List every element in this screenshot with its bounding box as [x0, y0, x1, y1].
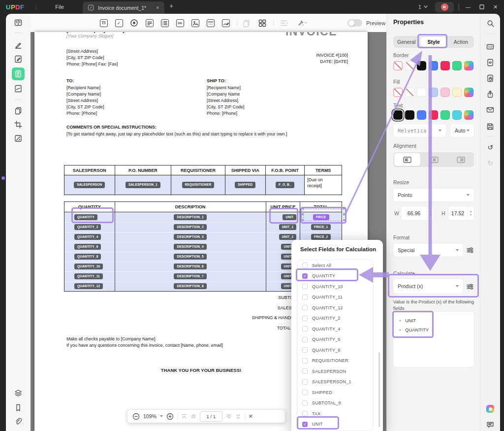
checkbox[interactable]: ✓ [302, 326, 308, 332]
search-icon[interactable] [486, 19, 495, 28]
color-swatch[interactable] [393, 110, 403, 120]
align-right-button[interactable] [448, 152, 474, 167]
color-swatch[interactable] [464, 110, 473, 120]
total-field-chip[interactable]: PRICE_1 [311, 224, 331, 231]
radio-button-field-icon[interactable] [129, 18, 139, 28]
dialog-field-option[interactable]: ✓ QUANTITY_11 [297, 292, 373, 303]
scrollbar-thumb[interactable] [378, 352, 380, 427]
share-icon[interactable] [486, 90, 495, 99]
color-swatch[interactable] [405, 88, 414, 97]
font-family-select[interactable]: Helvetica [393, 124, 446, 137]
sidebar-item-watermark[interactable] [12, 132, 25, 145]
color-swatch[interactable] [441, 110, 450, 120]
convert-icon[interactable] [486, 58, 495, 67]
description-field-chip[interactable]: DESCRIPTION_4 [174, 244, 206, 250]
text-field-icon[interactable]: TI [99, 18, 108, 28]
checkbox[interactable]: ✓ [302, 284, 308, 289]
checkbox[interactable]: ✓ [302, 368, 308, 374]
signature-field-icon[interactable] [221, 18, 230, 28]
checkbox-field-icon[interactable]: ✓ [114, 18, 124, 28]
ocr-icon[interactable]: OCR [486, 42, 495, 51]
zoom-out-button[interactable] [132, 413, 140, 420]
new-tab-button[interactable]: + [169, 2, 173, 10]
color-swatch[interactable] [452, 88, 462, 97]
dialog-field-option[interactable]: ✓ UNIT [297, 419, 373, 430]
sidebar-item-crop-pages[interactable] [12, 118, 25, 131]
checkbox[interactable]: ✓ [302, 411, 308, 416]
quantity-field-chip[interactable]: QUANTITY_8 [74, 254, 101, 260]
sidebar-item-attachments[interactable] [12, 416, 25, 429]
zoom-level[interactable]: 109% [143, 413, 157, 419]
checkbox[interactable]: ✓ [302, 400, 308, 406]
dialog-field-option[interactable]: ✓ QUANTITY [297, 271, 373, 282]
properties-tab[interactable]: Action [448, 36, 474, 48]
date-field-icon[interactable] [206, 18, 215, 28]
dialog-field-option[interactable]: ✓ QUANTITY_12 [297, 302, 373, 313]
color-swatch[interactable] [393, 61, 403, 70]
stepper-arrows[interactable]: ▲▼ [467, 206, 474, 220]
dialog-field-option[interactable]: ✓ QUANTITY_6 [297, 334, 373, 345]
titlebar-count-dropdown[interactable]: 1 [418, 0, 428, 14]
stepper-arrows[interactable]: ▲▼ [427, 206, 434, 220]
calculation-field-item[interactable]: QUANTITY [393, 325, 474, 334]
save-icon[interactable] [486, 122, 495, 131]
description-field-chip[interactable]: DESCRIPTION_2 [174, 224, 206, 231]
feedback-icon[interactable] [486, 420, 495, 429]
calculate-options-icon[interactable] [466, 283, 474, 291]
menu-file[interactable]: File [55, 4, 64, 10]
sidebar-item-layers[interactable] [12, 387, 25, 399]
checkbox[interactable]: ✓ [302, 295, 308, 300]
resize-unit-select[interactable]: Points [393, 189, 474, 201]
push-button-field-icon[interactable]: OK [175, 18, 185, 28]
undo-icon[interactable]: ↺ [486, 143, 495, 152]
dialog-field-option[interactable]: ✓ Select All [297, 260, 373, 271]
checkbox[interactable]: ✓ [302, 347, 308, 353]
description-field-chip[interactable]: DESCRIPTION_7 [174, 273, 206, 280]
list-box-field-icon[interactable] [160, 18, 169, 28]
unit-price-field-chip[interactable]: UNIT [283, 214, 296, 221]
tab-close-icon[interactable]: ✕ [156, 5, 159, 10]
quantity-field-chip[interactable]: QUANTITY_12 [74, 283, 103, 290]
maximize-button[interactable] [479, 0, 484, 14]
color-swatch[interactable] [429, 61, 438, 70]
unit-price-field-chip[interactable]: UNIT_1 [279, 224, 297, 231]
unit-price-field-chip[interactable]: UNIT_2 [279, 234, 297, 240]
color-swatch[interactable] [441, 61, 450, 70]
minimize-button[interactable]: — [466, 0, 471, 14]
sidebar-item-prepare-form[interactable] [12, 67, 25, 80]
color-swatch[interactable] [417, 61, 426, 70]
checkbox[interactable]: ✓ [302, 273, 308, 279]
dialog-field-option[interactable]: ✓ SUBTOTAL_8 [297, 398, 373, 409]
form-field-chip[interactable]: SALESPERSON [74, 182, 105, 188]
dropdown-field-icon[interactable] [145, 18, 154, 28]
dialog-field-option[interactable]: ✓ QUANTITY_2 [297, 313, 373, 324]
color-swatch[interactable] [417, 110, 426, 120]
preview-toggle[interactable] [347, 19, 362, 27]
checkbox[interactable]: ✓ [302, 305, 308, 310]
total-field-chip[interactable]: PRICE [313, 214, 329, 221]
properties-tab[interactable]: Style [420, 37, 446, 47]
account-button[interactable]: R [435, 2, 454, 12]
email-icon[interactable] [486, 105, 495, 114]
zoom-dropdown-caret[interactable] [160, 415, 163, 417]
dialog-field-option[interactable]: ✓ QUANTITY_10 [297, 281, 373, 292]
dialog-field-option[interactable]: ✓ QUANTITY_4 [297, 324, 373, 334]
quantity-field-chip[interactable]: QUANTITY [74, 214, 97, 221]
layout-grid-icon[interactable] [257, 18, 267, 28]
calculate-select[interactable]: Product (x) [393, 279, 463, 294]
width-stepper[interactable]: 66.96 ▲▼ [401, 206, 434, 220]
zoom-in-button[interactable] [166, 413, 174, 420]
next-page-button[interactable] [226, 413, 232, 419]
previous-page-button[interactable] [190, 413, 196, 419]
format-options-icon[interactable] [466, 246, 474, 254]
total-field-chip[interactable]: PRICE_2 [311, 234, 331, 240]
page-number-input[interactable]: 1 / 1 [200, 411, 222, 422]
dialog-field-option[interactable]: ✓ QUANTITY_8 [297, 345, 373, 356]
align-left-button[interactable] [394, 153, 420, 166]
form-field-chip[interactable]: REQUISITIONER [182, 182, 215, 188]
checkbox[interactable]: ✓ [302, 316, 308, 321]
description-field-chip[interactable]: DESCRIPTION_8 [174, 283, 206, 290]
quantity-field-chip[interactable]: QUANTITY_4 [74, 234, 101, 240]
form-field-chip[interactable]: F_O_B_ [276, 182, 294, 188]
checkbox[interactable]: ✓ [302, 422, 308, 427]
